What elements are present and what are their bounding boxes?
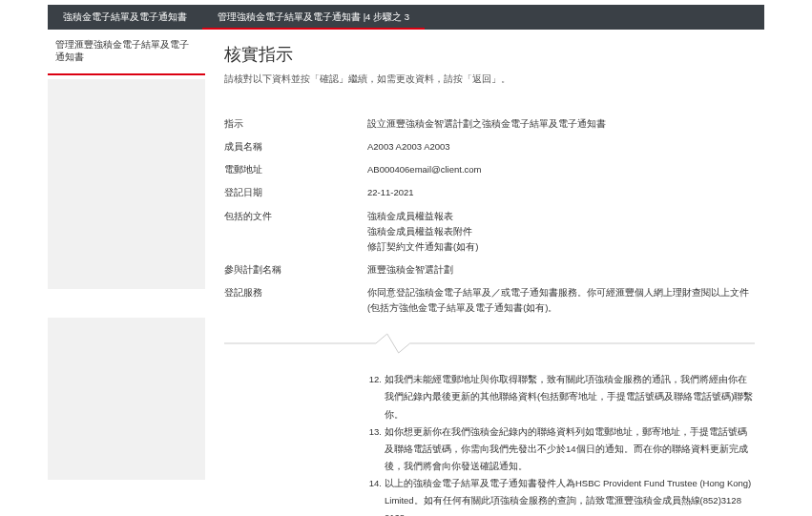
tab-manage-estatement[interactable]: 管理強積金電子結單及電子通知書 |4 步驟之 3 (202, 5, 425, 30)
value-instruction: 設立滙豐強積金智選計劃之強積金電子結單及電子通知書 (367, 116, 755, 132)
terms-list: 12. 如我們未能經電郵地址與你取得聯繫，致有關此項強積金服務的通訊，我們將經由… (367, 371, 755, 516)
value-reg-date: 22-11-2021 (367, 185, 755, 200)
label-instruction: 指示 (224, 116, 367, 132)
doc-line-2: 強積金成員權益報表附件 (367, 224, 755, 239)
list-item: 12. 如我們未能經電郵地址與你取得聯繫，致有關此項強積金服務的通訊，我們將經由… (367, 371, 755, 423)
list-item: 13. 如你想更新你在我們強積金紀錄內的聯絡資料列如電郵地址，郵寄地址，手提電話… (367, 423, 755, 475)
label-email: 電郵地址 (224, 162, 367, 177)
list-item-num: 14. (367, 475, 385, 516)
value-member-name: A2003 A2003 A2003 (367, 139, 755, 155)
value-documents: 強積金成員權益報表 強積金成員權益報表附件 修訂契約文件通知書(如有) (367, 209, 755, 255)
sidebar-placeholder-1 (48, 79, 205, 289)
label-reg-service: 登記服務 (224, 285, 367, 316)
sidebar-placeholder-2 (48, 318, 205, 480)
tab-estatement[interactable]: 強積金電子結單及電子通知書 (48, 5, 202, 30)
sidebar-sub-tab[interactable]: 管理滙豐強積金電子結單及電子通知書 (48, 30, 205, 75)
value-reg-service: 你同意登記強積金電子結單及／或電子通知書服務。你可經滙豐個人網上理財查閱以上文件… (367, 285, 755, 316)
label-plan: 參與計劃名稱 (224, 262, 367, 278)
main-content: 核實指示 請核對以下資料並按「確認」繼續，如需更改資料，請按「返回」。 指示 設… (205, 30, 764, 516)
list-item-text: 以上的強積金電子結單及電子通知書發件人為HSBC Provident Fund … (385, 475, 755, 516)
intro-text: 請核對以下資料並按「確認」繼續，如需更改資料，請按「返回」。 (224, 73, 755, 86)
label-member-name: 成員名稱 (224, 139, 367, 155)
list-item-num: 12. (367, 371, 385, 423)
cut-line-icon (224, 333, 755, 354)
sidebar: 管理滙豐強積金電子結單及電子通知書 (48, 30, 205, 516)
value-email: AB000406email@client.com (367, 162, 755, 177)
label-documents: 包括的文件 (224, 209, 367, 255)
doc-line-3: 修訂契約文件通知書(如有) (367, 239, 755, 255)
top-tabs: 強積金電子結單及電子通知書 管理強積金電子結單及電子通知書 |4 步驟之 3 (48, 5, 764, 30)
value-plan: 滙豐強積金智選計劃 (367, 262, 755, 278)
list-item-text: 如你想更新你在我們強積金紀錄內的聯絡資料列如電郵地址，郵寄地址，手提電話號碼及聯… (385, 423, 755, 475)
doc-line-1: 強積金成員權益報表 (367, 209, 755, 224)
label-reg-date: 登記日期 (224, 185, 367, 200)
list-item-num: 13. (367, 423, 385, 475)
list-item: 14. 以上的強積金電子結單及電子通知書發件人為HSBC Provident F… (367, 475, 755, 516)
list-item-text: 如我們未能經電郵地址與你取得聯繫，致有關此項強積金服務的通訊，我們將經由你在我們… (385, 371, 755, 423)
page-title: 核實指示 (224, 43, 755, 66)
